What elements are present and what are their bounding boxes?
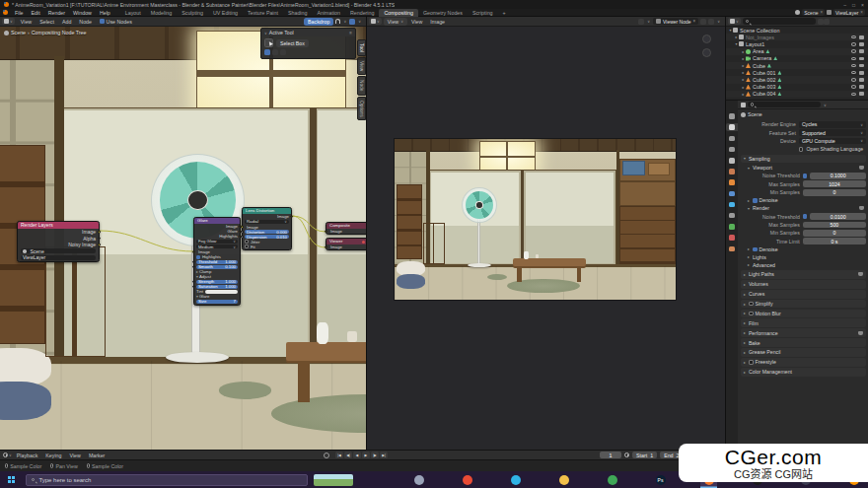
osl-checkbox[interactable] <box>799 147 804 152</box>
compositor-canvas[interactable]: Scene › Compositing Node Tree Render Lay… <box>0 27 366 450</box>
properties-section[interactable]: ▸ Performance <box>741 328 866 337</box>
alpha-output-socket[interactable] <box>98 237 101 240</box>
close-button[interactable]: × <box>861 2 864 8</box>
properties-tab[interactable] <box>726 223 738 231</box>
frame-start-field[interactable]: Start1 <box>632 452 657 458</box>
outliner-row[interactable]: ▸ Cube.003 <box>726 84 868 91</box>
overlay-toggle-icon[interactable] <box>349 19 355 25</box>
composite-node[interactable]: Composite Image <box>326 222 366 235</box>
viewport-max-samples-field[interactable]: 1024 <box>803 180 866 187</box>
hide-viewport-icon[interactable] <box>851 85 856 88</box>
scene-field[interactable]: Scene <box>21 248 96 253</box>
menu-item[interactable]: Select <box>36 18 58 26</box>
outliner-row[interactable]: ▾ Layout1 <box>726 40 868 47</box>
menu-item[interactable]: Edit <box>28 9 44 17</box>
playback-button[interactable]: |◀ <box>335 452 343 458</box>
properties-tab[interactable] <box>726 234 738 242</box>
menu-item[interactable]: Keying <box>41 452 65 459</box>
render-engine-dropdown[interactable]: Cycles∨ <box>799 121 866 128</box>
image-input-socket[interactable] <box>241 226 244 229</box>
distortion-type-dropdown[interactable]: Radial∨ <box>245 220 289 224</box>
noise-threshold-checkbox[interactable] <box>803 174 808 178</box>
properties-tab[interactable] <box>726 244 738 252</box>
disable-render-icon[interactable] <box>859 35 864 39</box>
viewport-denoise-panel[interactable]: ▸Denoise <box>741 196 866 204</box>
properties-search[interactable] <box>748 102 821 108</box>
zoom-gizmo-button[interactable] <box>702 35 711 43</box>
snap-options-dropdown[interactable]: ∨ <box>342 19 347 24</box>
display-mode-icon[interactable] <box>824 19 830 25</box>
search-highlight-thumbnail[interactable] <box>314 474 353 486</box>
threshold-slider[interactable]: Threshold1.000 <box>196 260 238 264</box>
noisy-image-output-socket[interactable] <box>98 244 101 246</box>
properties-section[interactable]: ▸ Film <box>741 318 866 327</box>
render-min-samples-field[interactable]: 0 <box>803 230 866 237</box>
properties-tab[interactable] <box>726 157 738 165</box>
checkbox-icon[interactable] <box>196 255 200 259</box>
properties-tab[interactable] <box>726 112 738 120</box>
timeline-editor-icon[interactable] <box>3 453 8 457</box>
view-layer-field[interactable]: ViewLayer <box>21 255 96 260</box>
properties-tab[interactable] <box>726 212 738 220</box>
menu-item[interactable]: View <box>407 18 426 26</box>
section-checkbox[interactable] <box>749 360 754 365</box>
workspace-tab[interactable]: Layout <box>120 9 146 17</box>
preview-range-icon[interactable] <box>624 453 629 457</box>
editor-type-dropdown[interactable]: ∨ <box>728 18 741 25</box>
outliner-row[interactable]: ▸ Cube.002 <box>726 76 868 83</box>
menu-item[interactable]: Marker <box>85 452 108 459</box>
workspace-tab[interactable]: Shading <box>283 9 312 17</box>
outliner-search[interactable] <box>743 18 816 25</box>
image-output-socket[interactable] <box>98 231 101 234</box>
viewport-noise-threshold-field[interactable]: 0.1000 <box>810 173 866 179</box>
image-input-socket[interactable] <box>325 230 327 233</box>
menu-item[interactable]: Playback <box>13 452 42 459</box>
menu-item[interactable]: Image <box>426 18 449 26</box>
glare-type-dropdown[interactable]: Fog Glow∨ <box>196 240 238 244</box>
start-button[interactable] <box>8 476 11 479</box>
image-output-socket[interactable] <box>290 215 293 218</box>
saturation-slider[interactable]: Saturation1.000 <box>196 285 238 289</box>
section-checkbox[interactable] <box>749 302 754 307</box>
fit-checkbox[interactable] <box>245 244 249 248</box>
unlink-icon[interactable]: × <box>860 10 863 15</box>
menu-item[interactable]: View <box>17 18 36 26</box>
display-channels-dropdown[interactable]: ∨ <box>646 19 651 24</box>
playback-button[interactable]: ◀ <box>353 452 361 458</box>
new-image-icon[interactable] <box>700 19 706 25</box>
glare-node[interactable]: Glare Image Glare Highlights Fog Glow∨ M… <box>193 217 241 306</box>
taskbar-app[interactable] <box>410 471 427 488</box>
taskbar-app[interactable]: Ps <box>652 471 669 488</box>
disable-render-icon[interactable] <box>859 85 864 89</box>
dispersion-slider[interactable]: Dispersion0.010 <box>245 235 289 239</box>
expand-icon[interactable]: ▸ <box>741 92 746 97</box>
viewport-min-samples-field[interactable]: 0 <box>803 189 866 196</box>
viewport-panel-header[interactable]: ▾Viewport <box>741 164 866 172</box>
select-box-mode-icon[interactable] <box>272 49 278 55</box>
denoise-checkbox[interactable] <box>753 247 758 252</box>
outliner-row[interactable]: ▸ Not_Images <box>726 34 868 40</box>
properties-section[interactable]: ▸ Motion Blur <box>741 310 866 318</box>
glare-quality-dropdown[interactable]: Medium∨ <box>196 244 238 248</box>
display-channels-icon[interactable] <box>638 19 644 25</box>
strength-slider[interactable]: Strength1.000 <box>196 280 238 284</box>
auto-keying-icon[interactable] <box>324 453 329 458</box>
render-layers-node[interactable]: Render Layers Image Alpha Noisy Image Sc… <box>17 221 100 262</box>
select-lasso-mode-icon[interactable] <box>280 49 286 55</box>
hide-viewport-icon[interactable] <box>851 93 856 96</box>
menu-item[interactable]: View <box>65 452 84 459</box>
maximize-button[interactable]: □ <box>852 2 855 8</box>
properties-section[interactable]: ▸ Curves <box>741 290 866 299</box>
menu-item[interactable]: Add <box>58 18 75 26</box>
disable-render-icon[interactable] <box>859 78 864 82</box>
properties-section[interactable]: ▸ Grease Pencil <box>741 348 866 357</box>
panel-options-icon[interactable]: ≡ <box>349 31 352 35</box>
menu-item[interactable]: Window <box>69 9 96 17</box>
outliner-row[interactable]: ▸ Cube <box>726 62 868 69</box>
properties-tab[interactable] <box>726 201 738 209</box>
panel-extras-icon[interactable] <box>859 206 864 210</box>
workspace-tab[interactable]: Scripting <box>468 9 498 17</box>
disable-render-icon[interactable] <box>859 42 864 46</box>
workspace-tab[interactable]: Sculpting <box>177 9 208 17</box>
playback-button[interactable]: ▶ <box>362 452 370 458</box>
